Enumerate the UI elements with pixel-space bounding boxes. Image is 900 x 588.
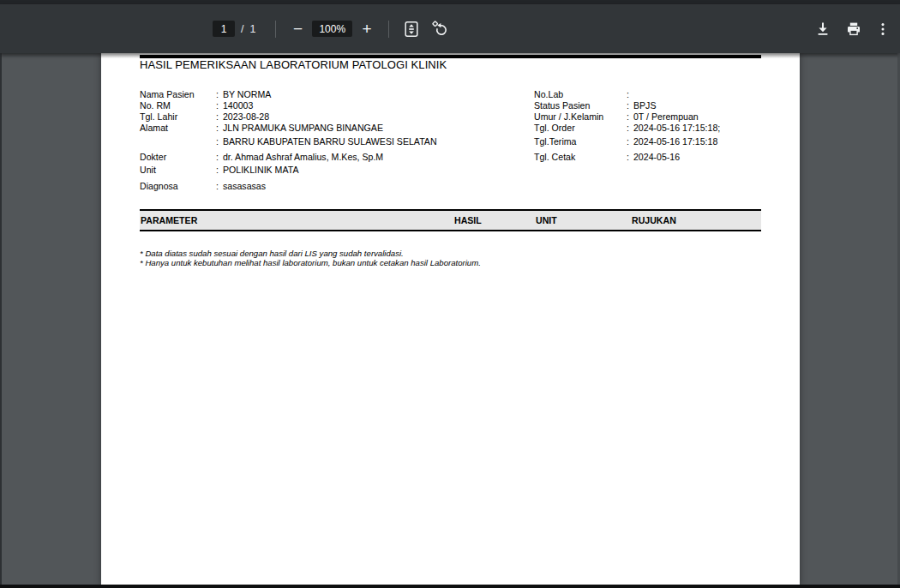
colon: : — [627, 89, 629, 100]
colon: : — [627, 111, 629, 123]
footnote-line: * Data diatas sudah sesuai dengan hasil … — [140, 249, 481, 258]
info-label: Nama Pasien — [140, 89, 216, 100]
info-label: Unit — [140, 165, 216, 176]
download-button[interactable] — [813, 19, 833, 39]
toolbar-action-buttons — [807, 4, 893, 53]
info-value: JLN PRAMUKA SUMPANG BINANGAE — [223, 123, 383, 134]
info-label: Alamat — [140, 123, 216, 134]
column-header-parameter: PARAMETER — [141, 211, 197, 230]
info-label: Umur / J.Kelamin — [534, 111, 627, 123]
zoom-level-display: 100% — [312, 21, 352, 37]
page-total: 1 — [249, 23, 255, 35]
info-row-status-pasien: Status Pasien:BPJS — [534, 100, 720, 111]
footnote-line: * Hanya untuk kebutuhan melihat hasil la… — [140, 258, 481, 267]
pdf-viewer-area[interactable]: HASIL PEMERIKSAAN LABORATORIUM PATOLOGI … — [0, 53, 900, 585]
info-value: dr. Ahmad Ashraf Amalius, M.Kes, Sp.M — [223, 152, 383, 163]
zoom-out-icon: − — [293, 21, 303, 37]
fit-to-page-button[interactable] — [401, 19, 422, 39]
colon: : — [216, 152, 219, 163]
colon: : — [627, 123, 629, 134]
info-row-alamat: Alamat:JLN PRAMUKA SUMPANG BINANGAE — [140, 123, 437, 134]
colon: : — [216, 136, 219, 147]
colon: : — [216, 89, 219, 100]
info-value: 2024-05-16 17:15:18; — [633, 123, 720, 134]
info-value: 2024-05-16 17:15:18 — [633, 136, 717, 147]
toolbar-separator — [388, 21, 389, 38]
more-options-button[interactable] — [873, 19, 893, 39]
toolbar-separator — [275, 21, 276, 38]
document-title: HASIL PEMERIKSAAN LABORATORIUM PATOLOGI … — [140, 58, 447, 71]
info-label: No.Lab — [534, 89, 627, 100]
fit-to-page-icon — [403, 21, 420, 38]
colon: : — [216, 123, 219, 134]
info-row-no-rm: No. RM:140003 — [140, 100, 437, 111]
pdf-viewer-window: / 1 − 100% + — [0, 0, 900, 588]
toolbar-page-zoom-controls: / 1 − 100% + — [213, 4, 451, 53]
colon: : — [627, 100, 629, 111]
colon: : — [627, 152, 629, 163]
info-label — [140, 136, 216, 147]
colon: : — [216, 111, 219, 123]
download-icon — [814, 21, 831, 38]
more-vertical-icon — [875, 21, 891, 37]
info-value: 2023-08-28 — [223, 111, 269, 123]
info-row-diagnosa: Diagnosa:sasasasas — [140, 181, 437, 192]
info-row-alamat-2: :BARRU KABUPATEN BARRU SULAWESI SELATAN — [140, 136, 437, 147]
info-label: Diagnosa — [140, 181, 216, 192]
info-value: BY NORMA — [223, 89, 271, 100]
info-row-tgl-lahir: Tgl. Lahir:2023-08-28 — [140, 111, 437, 123]
info-row-tgl-terima: Tgl.Terima:2024-05-16 17:15:18 — [534, 136, 720, 147]
info-value: 140003 — [223, 100, 253, 111]
info-row-tgl-order: Tgl. Order:2024-05-16 17:15:18; — [534, 123, 720, 134]
pdf-toolbar: / 1 − 100% + — [0, 4, 900, 53]
info-value: POLIKLINIK MATA — [223, 165, 299, 176]
info-row-unit: Unit:POLIKLINIK MATA — [140, 165, 437, 176]
info-label: Tgl. Order — [534, 123, 627, 134]
info-row-no-lab: No.Lab: — [534, 89, 720, 100]
print-icon — [845, 21, 862, 38]
page-divider: / — [241, 23, 243, 35]
footnotes: * Data diatas sudah sesuai dengan hasil … — [140, 249, 481, 268]
column-header-rujukan: RUJUKAN — [632, 211, 676, 230]
info-value: 2024-05-16 — [633, 152, 680, 163]
document-page: HASIL PEMERIKSAAN LABORATORIUM PATOLOGI … — [101, 53, 800, 585]
info-label: Status Pasien — [534, 100, 627, 111]
info-row-nama-pasien: Nama Pasien:BY NORMA — [140, 89, 437, 100]
info-row-dokter: Dokter:dr. Ahmad Ashraf Amalius, M.Kes, … — [140, 152, 437, 163]
info-value: BARRU KABUPATEN BARRU SULAWESI SELATAN — [223, 136, 437, 147]
column-header-hasil: HASIL — [454, 211, 482, 230]
zoom-in-icon: + — [363, 21, 372, 37]
info-label: Tgl.Terima — [534, 136, 627, 147]
print-button[interactable] — [843, 19, 864, 39]
colon: : — [216, 100, 219, 111]
info-label: Tgl. Lahir — [140, 111, 216, 123]
results-table-header: PARAMETER HASIL UNIT RUJUKAN — [140, 209, 761, 231]
rotate-counterclockwise-icon — [432, 21, 449, 38]
info-value: BPJS — [633, 100, 657, 111]
zoom-out-button[interactable]: − — [287, 19, 308, 39]
patient-info-left-column: Nama Pasien:BY NORMA No. RM:140003 Tgl. … — [140, 89, 437, 192]
info-row-umur-kelamin: Umur / J.Kelamin:0T / Perempuan — [534, 111, 720, 123]
info-label: Dokter — [140, 152, 216, 163]
info-value: sasasasas — [223, 181, 266, 192]
rotate-counterclockwise-button[interactable] — [430, 19, 451, 39]
patient-info-right-column: No.Lab: Status Pasien:BPJS Umur / J.Kela… — [534, 89, 720, 163]
info-value: 0T / Perempuan — [633, 111, 699, 123]
page-number-input[interactable] — [213, 21, 235, 37]
colon: : — [627, 136, 629, 147]
info-row-tgl-cetak: Tgl. Cetak:2024-05-16 — [534, 152, 720, 163]
window-bottom-edge — [0, 585, 900, 588]
column-header-unit: UNIT — [536, 211, 557, 230]
info-label: Tgl. Cetak — [534, 152, 627, 163]
colon: : — [216, 181, 219, 192]
info-label: No. RM — [140, 100, 216, 111]
colon: : — [216, 165, 219, 176]
zoom-in-button[interactable]: + — [357, 19, 377, 39]
